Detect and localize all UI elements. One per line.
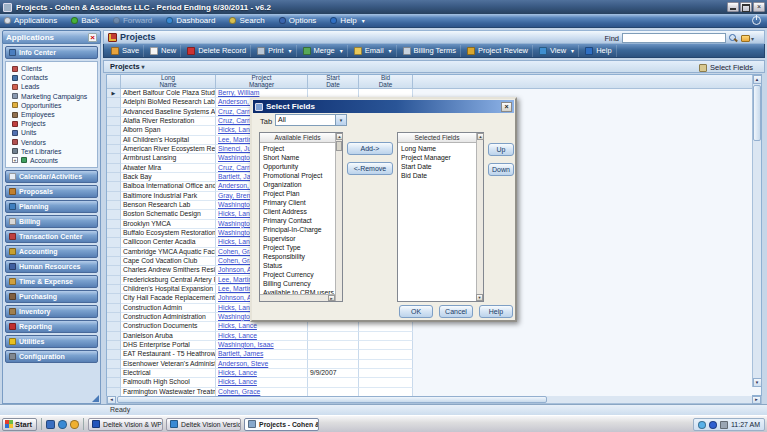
sidebar-item[interactable]: + Leads: [12, 82, 97, 91]
remove-button[interactable]: <-Remove: [347, 162, 393, 175]
row-selector[interactable]: ▶: [107, 350, 121, 359]
scroll-down-icon[interactable]: ▼: [753, 378, 762, 387]
available-field-item[interactable]: Project Currency: [260, 270, 335, 279]
row-selector[interactable]: ▶: [107, 154, 121, 163]
expander-icon[interactable]: +: [12, 157, 18, 163]
sidebar-item[interactable]: + Accounts: [12, 156, 97, 165]
toolbar-button[interactable]: Print ▾: [253, 45, 296, 57]
add-button[interactable]: Add->: [347, 142, 393, 155]
sidebar-section[interactable]: Configuration: [5, 350, 98, 363]
sidebar-item[interactable]: + Clients: [12, 64, 97, 73]
start-button[interactable]: Start: [2, 418, 37, 431]
scroll-right-icon[interactable]: ►: [328, 295, 335, 301]
row-selector[interactable]: ▶: [107, 248, 121, 257]
selected-field-item[interactable]: Start Date: [398, 162, 476, 171]
horizontal-scrollbar[interactable]: ◄ ►: [106, 396, 762, 404]
help-button[interactable]: Help: [479, 305, 513, 318]
sidebar-section[interactable]: Purchasing: [5, 290, 98, 303]
sidebar-section[interactable]: Utilities: [5, 335, 98, 348]
tab-select[interactable]: All ▾: [275, 114, 347, 126]
toolbar-button[interactable]: Merge ▾: [299, 45, 348, 57]
row-selector[interactable]: ▶: [107, 266, 121, 275]
selected-field-item[interactable]: Long Name: [398, 144, 476, 153]
row-selector[interactable]: ▶: [107, 341, 121, 350]
row-selector[interactable]: ▶: [107, 285, 121, 294]
combo-arrow-icon[interactable]: ▾: [335, 115, 346, 125]
available-field-item[interactable]: Project Plan: [260, 189, 335, 198]
scrollbar-thumb[interactable]: [336, 141, 342, 151]
row-selector[interactable]: ▶: [107, 98, 121, 107]
row-selector[interactable]: ▶: [107, 257, 121, 266]
grid-header-project-manager[interactable]: ProjectManager: [216, 75, 308, 89]
grid-header-bid-date[interactable]: BidDate: [359, 75, 413, 89]
toolbar-button[interactable]: Help ▾: [581, 45, 616, 57]
row-selector[interactable]: ▶: [107, 164, 121, 173]
available-field-item[interactable]: Project: [260, 144, 335, 153]
project-manager-link[interactable]: Cohen, Grace: [218, 388, 260, 395]
project-manager-link[interactable]: Bartlett, James: [218, 350, 263, 357]
grid-header-long-name[interactable]: LongName: [121, 75, 216, 89]
toolbar-button[interactable]: Delete Record ▾: [183, 45, 251, 57]
available-field-item[interactable]: Organization: [260, 180, 335, 189]
down-button[interactable]: Down: [488, 163, 514, 176]
sidebar-item[interactable]: + Opportunities: [12, 101, 97, 110]
table-row[interactable]: ▶ Construction Documents Hicks, Lance: [107, 322, 752, 331]
grid-header-start-date[interactable]: StartDate: [308, 75, 359, 89]
power-icon[interactable]: [752, 16, 761, 25]
sidebar-item[interactable]: + Units: [12, 128, 97, 137]
tray-icon-2[interactable]: [709, 421, 717, 429]
row-selector[interactable]: ▶: [107, 313, 121, 322]
sidebar-section[interactable]: Planning: [5, 200, 98, 213]
close-button[interactable]: ×: [753, 2, 765, 12]
table-row[interactable]: ▶ EAT Restaurant - T5 Heathrow Bartlett,…: [107, 350, 752, 359]
find-input[interactable]: [622, 33, 726, 43]
row-selector[interactable]: ▶: [107, 332, 121, 341]
row-selector[interactable]: ▶: [107, 304, 121, 313]
scroll-left-icon[interactable]: ◄: [107, 396, 116, 404]
available-fields-header[interactable]: Available Fields: [260, 133, 335, 143]
project-manager-link[interactable]: Hicks, Lance: [218, 378, 257, 385]
row-selector[interactable]: ▶: [107, 145, 121, 154]
toolbar-button[interactable]: New ▾: [146, 45, 181, 57]
sidebar-section[interactable]: Calendar/Activities: [5, 170, 98, 183]
row-selector[interactable]: ▶: [107, 238, 121, 247]
row-selector[interactable]: ▶: [107, 108, 121, 117]
sidebar-section-info-center[interactable]: Info Center: [5, 46, 98, 59]
row-selector[interactable]: ▶: [107, 201, 121, 210]
available-field-item[interactable]: Status: [260, 261, 335, 270]
available-field-item[interactable]: Project Type: [260, 243, 335, 252]
project-manager-link[interactable]: Lee, Martin: [218, 276, 252, 283]
scrollbar-thumb[interactable]: [753, 85, 761, 141]
available-field-item[interactable]: Opportunity: [260, 162, 335, 171]
sidebar-section[interactable]: Billing: [5, 215, 98, 228]
toolbar-button[interactable]: View ▾: [535, 45, 579, 57]
folder-button[interactable]: ▾: [741, 35, 754, 42]
table-row[interactable]: ▶ DHS Enterprise Portal Washington, Isaa…: [107, 341, 752, 350]
sidebar-item[interactable]: + Projects: [12, 119, 97, 128]
sidebar-section[interactable]: Accounting: [5, 245, 98, 258]
tray-icon-3[interactable]: [720, 421, 728, 429]
selected-fields-header[interactable]: Selected Fields: [398, 133, 476, 143]
minimize-button[interactable]: [727, 2, 739, 12]
toolbar-button[interactable]: Billing Terms ▾: [399, 45, 461, 57]
quicklaunch-icon-1[interactable]: [46, 420, 55, 429]
sidebar-section[interactable]: Human Resources: [5, 260, 98, 273]
project-manager-link[interactable]: Hicks, Lance: [218, 332, 257, 339]
scroll-right-icon[interactable]: ►: [752, 396, 761, 404]
sidebar-item[interactable]: + Contacts: [12, 73, 97, 82]
row-selector[interactable]: ▶: [107, 294, 121, 303]
scroll-down-icon[interactable]: ▼: [476, 294, 483, 301]
sidebar-item[interactable]: + Marketing Campaigns: [12, 92, 97, 101]
dialog-close-icon[interactable]: ×: [501, 102, 512, 112]
select-fields-button[interactable]: Select Fields: [696, 63, 756, 73]
row-selector[interactable]: ▶: [107, 173, 121, 182]
table-row[interactable]: ▶ Danielson Aruba Hicks, Lance: [107, 332, 752, 341]
toolbar-button[interactable]: Project Review ▾: [463, 45, 533, 57]
sidebar-section[interactable]: Proposals: [5, 185, 98, 198]
available-field-item[interactable]: Primary Contact: [260, 216, 335, 225]
row-selector[interactable]: ▶: [107, 360, 121, 369]
taskbar-task-button[interactable]: Deltek Vision & WPM: [88, 418, 163, 431]
row-selector[interactable]: ▶: [107, 89, 121, 98]
taskbar-task-button[interactable]: Deltek Vision Version 6.2 ...: [166, 418, 241, 431]
menubar-item[interactable]: Help ▾: [330, 16, 364, 25]
